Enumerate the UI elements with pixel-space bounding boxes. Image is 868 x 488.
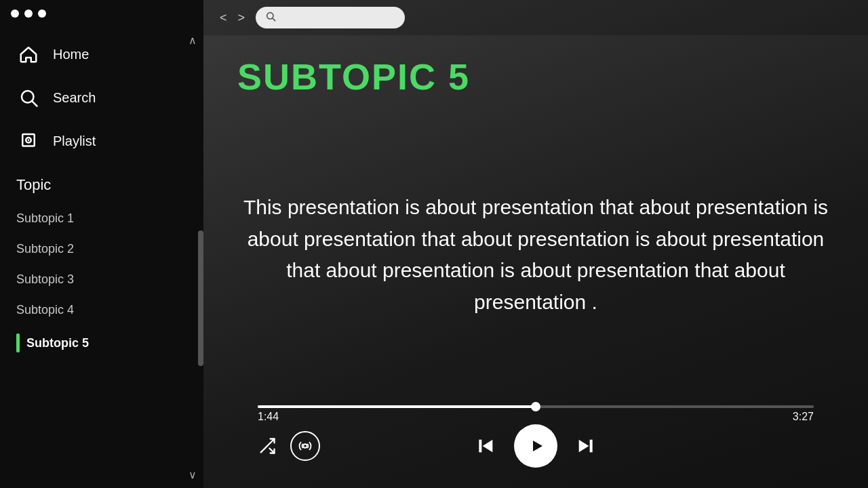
sidebar-item-playlist-label: Playlist bbox=[53, 134, 96, 149]
sidebar-item-subtopic-3[interactable]: Subtopic 3 bbox=[0, 264, 203, 295]
sidebar-item-home[interactable]: Home bbox=[0, 33, 203, 76]
home-icon bbox=[16, 42, 41, 66]
player-section: 1:44 3:27 bbox=[237, 399, 834, 474]
active-indicator bbox=[16, 333, 20, 352]
history-nav: < > bbox=[217, 11, 248, 25]
svg-rect-11 bbox=[479, 440, 481, 453]
scroll-down-button[interactable]: ∨ bbox=[189, 468, 197, 481]
slide-content: SUBTOPIC 5 This presentation is about pr… bbox=[203, 35, 868, 488]
total-time: 3:27 bbox=[793, 411, 814, 423]
subtopic-4-label: Subtopic 4 bbox=[16, 303, 74, 317]
search-bar-icon bbox=[265, 11, 276, 24]
svg-marker-13 bbox=[579, 440, 589, 453]
previous-button[interactable] bbox=[469, 429, 503, 463]
search-icon bbox=[16, 85, 41, 110]
subtopic-list: Subtopic 1 Subtopic 2 Subtopic 3 Subtopi… bbox=[0, 203, 203, 361]
progress-thumb[interactable] bbox=[531, 402, 540, 411]
broadcast-button[interactable] bbox=[290, 431, 320, 461]
next-button[interactable] bbox=[568, 429, 602, 463]
current-time: 1:44 bbox=[258, 411, 279, 423]
shuffle-button[interactable] bbox=[258, 436, 277, 455]
forward-button[interactable]: > bbox=[235, 11, 248, 25]
topic-section: Topic bbox=[0, 163, 203, 203]
sidebar-item-subtopic-1[interactable]: Subtopic 1 bbox=[0, 203, 203, 234]
sidebar-item-subtopic-2[interactable]: Subtopic 2 bbox=[0, 234, 203, 264]
dot-1 bbox=[11, 9, 19, 18]
slide-body: This presentation is about presentation … bbox=[237, 111, 834, 399]
sidebar-item-subtopic-5[interactable]: Subtopic 5 bbox=[0, 325, 203, 361]
slide-text: This presentation is about presentation … bbox=[237, 192, 834, 318]
sidebar-item-subtopic-4[interactable]: Subtopic 4 bbox=[0, 295, 203, 325]
progress-bar-background bbox=[258, 405, 814, 408]
progress-container[interactable] bbox=[258, 405, 814, 408]
topbar: < > bbox=[203, 0, 868, 35]
svg-line-1 bbox=[33, 102, 37, 106]
broadcast-icon bbox=[290, 431, 320, 461]
center-controls bbox=[469, 424, 602, 468]
sidebar-scrollbar[interactable] bbox=[198, 230, 203, 366]
scroll-up-button[interactable]: ∧ bbox=[189, 34, 197, 47]
topic-label: Topic bbox=[16, 176, 187, 194]
time-row: 1:44 3:27 bbox=[258, 411, 814, 423]
sidebar-item-playlist[interactable]: Playlist bbox=[0, 119, 203, 163]
svg-marker-10 bbox=[483, 440, 493, 453]
svg-marker-12 bbox=[533, 441, 542, 451]
sidebar-item-search-label: Search bbox=[53, 90, 96, 106]
play-button[interactable] bbox=[514, 424, 557, 468]
sidebar: ∧ Home Search Playlist Top bbox=[0, 0, 203, 488]
dot-2 bbox=[24, 9, 33, 18]
sidebar-navigation: Home Search Playlist bbox=[0, 33, 203, 163]
progress-bar-fill bbox=[258, 405, 536, 408]
left-controls bbox=[258, 431, 320, 461]
svg-rect-14 bbox=[590, 440, 593, 453]
playlist-icon bbox=[16, 129, 41, 153]
svg-point-9 bbox=[303, 444, 307, 448]
controls-row bbox=[258, 431, 814, 461]
subtopic-2-label: Subtopic 2 bbox=[16, 242, 74, 256]
sidebar-item-home-label: Home bbox=[53, 47, 89, 62]
sidebar-item-search[interactable]: Search bbox=[0, 76, 203, 119]
main-panel: < > SUBTOPIC 5 This presentation is abou… bbox=[203, 0, 868, 488]
search-bar[interactable] bbox=[256, 7, 405, 28]
svg-line-6 bbox=[273, 18, 275, 21]
subtopic-3-label: Subtopic 3 bbox=[16, 272, 74, 287]
svg-point-4 bbox=[28, 140, 30, 142]
subtopic-5-label: Subtopic 5 bbox=[26, 336, 89, 350]
slide-title: SUBTOPIC 5 bbox=[237, 56, 834, 98]
search-input[interactable] bbox=[281, 12, 390, 23]
back-button[interactable]: < bbox=[217, 11, 230, 25]
window-controls bbox=[0, 0, 203, 27]
dot-3 bbox=[38, 9, 46, 18]
subtopic-1-label: Subtopic 1 bbox=[16, 211, 74, 226]
